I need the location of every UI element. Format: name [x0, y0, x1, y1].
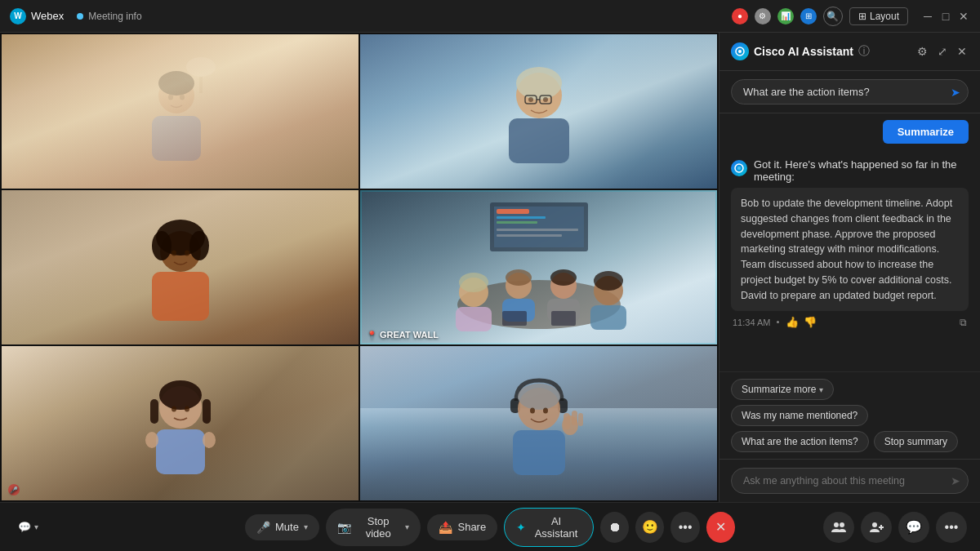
ai-search-bar: ➤ [719, 71, 980, 113]
settings-icon[interactable]: ⚙ [755, 8, 771, 24]
recording-indicator: ● [732, 8, 748, 24]
share-label: Share [457, 521, 486, 533]
add-participant-button[interactable] [861, 512, 892, 543]
chat-button[interactable]: 💬 [898, 512, 929, 543]
record-button[interactable]: ⏺ [600, 512, 629, 543]
meeting-info-label: Meeting info [88, 11, 141, 22]
person-overlay-6 [360, 346, 717, 500]
chart-icon[interactable]: 📊 [777, 8, 794, 24]
video-grid: GREAT WALL [0, 33, 719, 502]
title-bar-right: ● ⚙ 📊 ⊞ 🔍 ⊞ Layout ─ □ ✕ [732, 7, 970, 26]
stop-summary-chip[interactable]: Stop summary [874, 431, 958, 452]
svg-rect-44 [551, 311, 576, 326]
more-options-button[interactable]: ••• [670, 512, 699, 543]
ai-settings-button[interactable]: ⚙ [915, 44, 929, 59]
svg-point-66 [738, 50, 742, 53]
svg-point-71 [872, 522, 877, 527]
title-bar: W Webex Meeting info ● ⚙ 📊 ⊞ 🔍 ⊞ Layout … [0, 0, 980, 33]
svg-rect-27 [497, 221, 537, 224]
ai-info-icon[interactable]: ⓘ [858, 44, 870, 59]
person-silhouette-5 [127, 354, 234, 493]
video-cell-4: GREAT WALL [360, 190, 717, 344]
conference-room-svg [425, 194, 653, 341]
summarize-button[interactable]: Summarize [883, 120, 969, 144]
thumbs-up-button[interactable]: 👍 [786, 316, 799, 328]
svg-rect-10 [509, 118, 569, 163]
summarize-more-chip[interactable]: Summarize more ▾ [731, 379, 834, 400]
cisco-ai-icon-svg [734, 46, 746, 57]
share-icon: 📤 [439, 521, 452, 534]
muted-icon-5: 🎤 [8, 484, 20, 495]
svg-point-18 [152, 231, 172, 260]
minimize-button[interactable]: ─ [921, 10, 934, 23]
action-items-label: What are the action items? [742, 436, 858, 447]
room-label-4: GREAT WALL [367, 330, 439, 340]
maximize-button[interactable]: □ [939, 10, 952, 23]
ai-search-input[interactable] [731, 79, 969, 104]
ai-search-send-icon[interactable]: ➤ [951, 86, 960, 99]
ai-msg-icon-svg [733, 162, 745, 174]
captions-arrow: ▾ [34, 522, 38, 531]
meeting-info-dot [77, 13, 83, 20]
action-items-chip[interactable]: What are the action items? [731, 431, 869, 452]
captions-button[interactable]: 💬 ▾ [13, 518, 43, 536]
layout-label: Layout [870, 11, 899, 22]
ai-ask-input[interactable] [731, 468, 969, 494]
svg-rect-43 [502, 311, 527, 326]
time-dot-separator [777, 321, 779, 323]
ai-assistant-panel: Cisco AI Assistant ⓘ ⚙ ⤢ ✕ ➤ Summarize [719, 33, 980, 502]
ai-assistant-button[interactable]: ✦ AI Assistant [504, 508, 594, 547]
svg-rect-58 [513, 430, 565, 475]
svg-point-22 [185, 250, 189, 256]
person-overlay-4 [360, 190, 717, 344]
my-name-chip[interactable]: Was my name mentioned? [731, 405, 868, 426]
ai-ask-input-wrap: ➤ [731, 468, 969, 494]
meeting-info-tab[interactable]: Meeting info [77, 11, 141, 22]
person-overlay-3 [2, 190, 359, 344]
ai-popout-button[interactable]: ⤢ [936, 44, 949, 59]
video-cell-2 [360, 34, 717, 189]
thumbs-down-button[interactable]: 👎 [804, 316, 817, 328]
svg-point-52 [145, 432, 158, 448]
svg-rect-28 [497, 229, 578, 231]
svg-point-35 [506, 269, 532, 286]
mute-arrow: ▾ [304, 522, 308, 531]
title-bar-left: W Webex Meeting info [10, 8, 732, 24]
ai-messages: Got it. Here's what's happened so far in… [719, 150, 980, 371]
summarize-more-arrow: ▾ [819, 385, 823, 394]
layout-button[interactable]: ⊞ Layout [849, 7, 908, 25]
share-button[interactable]: 📤 Share [427, 514, 497, 540]
webex-title: Webex [31, 10, 64, 22]
svg-point-21 [172, 250, 176, 256]
ai-close-button[interactable]: ✕ [956, 44, 969, 59]
mute-button[interactable]: 🎤 Mute ▾ [245, 514, 319, 540]
stop-video-arrow: ▾ [405, 522, 409, 531]
summarize-more-label: Summarize more [742, 384, 816, 395]
layout-icon: ⊞ [858, 11, 866, 22]
ai-ask-send-icon[interactable]: ➤ [951, 474, 960, 487]
person-silhouette-3 [127, 198, 234, 337]
ai-panel-actions: ⚙ ⤢ ✕ [915, 44, 969, 59]
close-button[interactable]: ✕ [957, 10, 970, 23]
mute-icon: 🎤 [256, 521, 270, 534]
search-icon[interactable]: 🔍 [823, 7, 843, 26]
ai-assistant-icon: ✦ [516, 521, 526, 534]
end-call-button[interactable]: ✕ [706, 512, 735, 543]
grid-icon[interactable]: ⊞ [800, 8, 817, 24]
main-content: GREAT WALL [0, 33, 980, 502]
toolbar-left: 💬 ▾ [13, 518, 43, 536]
ai-msg-reactions: 👍 👎 [786, 316, 817, 328]
toolbar-more-button[interactable]: ••• [936, 512, 967, 543]
svg-point-60 [543, 408, 548, 414]
participants-button[interactable] [823, 512, 854, 543]
person-silhouette-6 [482, 352, 596, 495]
copy-message-button[interactable]: ⧉ [960, 317, 967, 328]
stop-video-button[interactable]: 📷 Stop video ▾ [326, 509, 421, 546]
webex-icon: W [10, 8, 26, 24]
ai-message-1: Got it. Here's what's happened so far in… [731, 158, 969, 328]
quick-actions: Summarize more ▾ Was my name mentioned? … [719, 371, 980, 459]
reactions-button[interactable]: 🙂 [635, 512, 664, 543]
ai-ask-bar: ➤ [719, 459, 980, 502]
ai-msg-timestamp: 11:34 AM [733, 318, 770, 327]
svg-point-19 [189, 231, 209, 260]
